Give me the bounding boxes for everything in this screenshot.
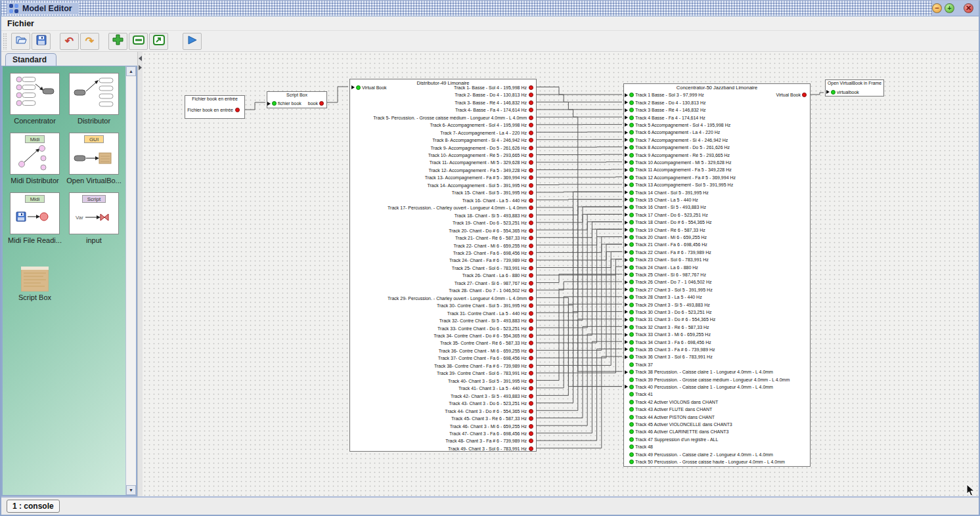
input-port[interactable] — [629, 415, 634, 419]
node-distributor[interactable]: Distributor-49 Limonaire Track 1- Basse … — [349, 79, 537, 452]
redo-button[interactable]: ↷ — [80, 33, 99, 50]
output-port[interactable] — [529, 394, 533, 398]
output-port[interactable] — [235, 108, 240, 112]
palette-item-open-virtualbook[interactable]: GUI Open VirtualBo... — [68, 133, 120, 184]
input-port[interactable] — [629, 437, 634, 442]
palette-scrollbar[interactable]: ▲ ▼ — [125, 66, 136, 495]
input-port[interactable] — [629, 257, 634, 262]
output-port[interactable] — [529, 341, 533, 345]
palette-item-concentrator[interactable]: Concentrator — [9, 73, 60, 125]
wire[interactable] — [532, 222, 622, 335]
input-port[interactable] — [629, 235, 634, 240]
output-port[interactable] — [319, 101, 324, 106]
output-port[interactable] — [529, 183, 533, 188]
output-port[interactable] — [529, 198, 533, 203]
output-port[interactable] — [529, 416, 533, 421]
input-port[interactable] — [629, 93, 634, 97]
input-port[interactable] — [356, 85, 361, 90]
output-port[interactable] — [529, 266, 533, 270]
wire[interactable] — [532, 95, 622, 102]
output-port[interactable] — [529, 93, 533, 97]
node-open-virtualbook[interactable]: Open VirtualBook in Frame virtualbook — [825, 79, 884, 97]
input-port[interactable] — [629, 272, 634, 277]
output-port[interactable] — [529, 221, 533, 225]
wire[interactable] — [532, 289, 622, 380]
collapse-left-icon[interactable] — [139, 56, 142, 61]
toolbar-drag-handle[interactable] — [3, 33, 7, 50]
input-port[interactable] — [629, 280, 634, 284]
wire[interactable] — [532, 87, 622, 95]
output-port[interactable] — [529, 116, 533, 120]
palette-item-midi-file-reading[interactable]: Midi Midi File Readi... — [9, 192, 60, 244]
input-port[interactable] — [629, 340, 634, 345]
output-port[interactable] — [529, 108, 533, 112]
output-port[interactable] — [802, 93, 807, 97]
wire[interactable] — [532, 319, 622, 410]
wire[interactable] — [532, 334, 622, 425]
palette-item-distributor[interactable]: Distributor — [68, 73, 120, 125]
output-port[interactable] — [529, 131, 533, 135]
model-canvas[interactable]: Fichier book en entrée Fichier book en e… — [143, 52, 979, 496]
input-port[interactable] — [629, 265, 634, 270]
input-port[interactable] — [629, 392, 634, 397]
input-port[interactable] — [629, 407, 634, 412]
output-port[interactable] — [529, 386, 533, 391]
output-port[interactable] — [529, 288, 533, 293]
wire[interactable] — [532, 326, 622, 418]
input-port[interactable] — [629, 362, 634, 367]
scroll-up-icon[interactable]: ▲ — [126, 66, 136, 76]
output-port[interactable] — [529, 296, 533, 301]
wire[interactable] — [532, 356, 622, 448]
input-port[interactable] — [629, 370, 634, 374]
input-port[interactable] — [629, 385, 634, 389]
wire[interactable] — [532, 162, 622, 163]
output-port[interactable] — [529, 364, 533, 368]
wire[interactable] — [532, 251, 622, 260]
scroll-down-icon[interactable]: ▼ — [126, 485, 136, 495]
output-port[interactable] — [529, 123, 533, 127]
wire[interactable] — [532, 229, 622, 343]
input-port[interactable] — [629, 332, 634, 337]
node-script-box[interactable]: Script Box fichier book book — [267, 91, 327, 108]
output-port[interactable] — [529, 333, 533, 338]
output-port[interactable] — [529, 356, 533, 360]
wire[interactable] — [532, 244, 622, 358]
input-port[interactable] — [629, 355, 634, 359]
output-port[interactable] — [529, 273, 533, 278]
input-port[interactable] — [629, 123, 634, 127]
wire[interactable] — [532, 222, 622, 230]
input-port[interactable] — [629, 160, 634, 165]
input-port[interactable] — [629, 213, 634, 217]
wire[interactable] — [532, 251, 622, 365]
input-port[interactable] — [629, 167, 634, 172]
wire[interactable] — [532, 312, 622, 403]
wire[interactable] — [532, 192, 622, 305]
input-port[interactable] — [629, 317, 634, 322]
output-port[interactable] — [529, 146, 533, 150]
output-port[interactable] — [529, 205, 533, 210]
output-port[interactable] — [529, 446, 533, 451]
output-port[interactable] — [529, 160, 533, 165]
wire[interactable] — [532, 341, 622, 433]
wire[interactable] — [532, 200, 622, 313]
output-port[interactable] — [529, 258, 533, 263]
minimize-button[interactable]: − — [932, 3, 942, 13]
output-port[interactable] — [529, 379, 533, 383]
output-port[interactable] — [529, 213, 533, 218]
input-port[interactable] — [629, 429, 634, 434]
wire[interactable] — [532, 177, 622, 177]
input-port[interactable] — [831, 90, 835, 95]
wire[interactable] — [532, 207, 622, 320]
palette-item-script-box[interactable]: Script Box — [9, 267, 60, 301]
input-port[interactable] — [629, 183, 634, 187]
wire[interactable] — [532, 349, 622, 441]
input-port[interactable] — [629, 220, 634, 225]
output-port[interactable] — [529, 409, 533, 414]
input-port[interactable] — [629, 295, 634, 299]
input-port[interactable] — [629, 347, 634, 352]
wire[interactable] — [532, 229, 622, 238]
wire[interactable] — [532, 237, 622, 246]
output-port[interactable] — [529, 244, 533, 248]
palette-item-input[interactable]: Script Var input — [68, 192, 120, 244]
output-port[interactable] — [529, 138, 533, 142]
